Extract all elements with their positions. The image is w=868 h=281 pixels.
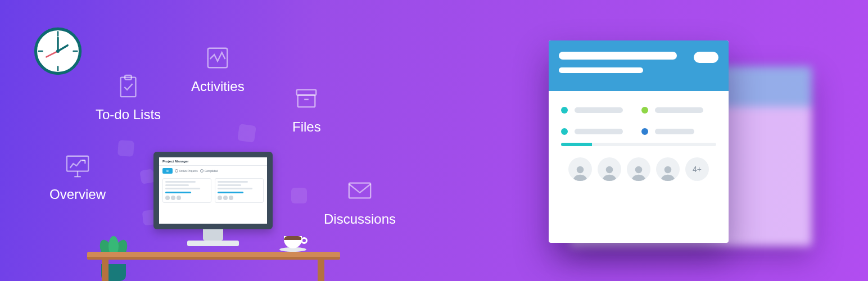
stat-dot bbox=[641, 128, 648, 135]
activity-icon bbox=[205, 45, 230, 71]
avatar bbox=[568, 157, 592, 181]
feature-activities: Activities bbox=[191, 45, 245, 94]
desk-surface bbox=[87, 252, 340, 260]
stat-line bbox=[655, 107, 703, 113]
stat-line bbox=[575, 129, 623, 134]
feature-todo-label: To-do Lists bbox=[96, 107, 161, 123]
monitor: Project Manager All Active Projects Comp… bbox=[153, 152, 273, 229]
feature-todo: To-do Lists bbox=[96, 73, 161, 123]
project-card: 4+ bbox=[549, 40, 729, 243]
desk-illustration: Project Manager All Active Projects Comp… bbox=[87, 152, 357, 281]
decorative-square bbox=[237, 124, 256, 143]
stat-item bbox=[641, 128, 716, 135]
monitor-stand bbox=[203, 229, 223, 241]
project-subtitle-placeholder bbox=[559, 67, 643, 73]
desk-leg bbox=[318, 260, 324, 281]
clipboard-check-icon bbox=[115, 73, 141, 99]
screen-project-card bbox=[162, 178, 211, 203]
screen-app-title: Project Manager bbox=[159, 157, 267, 166]
stat-item bbox=[561, 128, 636, 135]
avatar bbox=[627, 157, 650, 181]
svg-point-25 bbox=[606, 166, 613, 174]
project-badge-placeholder bbox=[694, 52, 718, 63]
stat-line bbox=[575, 107, 623, 113]
monitor-base bbox=[187, 241, 239, 246]
stat-item bbox=[561, 107, 636, 114]
project-card-header bbox=[549, 40, 729, 91]
svg-rect-17 bbox=[297, 90, 317, 96]
stat-dot bbox=[561, 107, 568, 114]
screen-chip-all: All bbox=[162, 168, 173, 174]
desk-leg bbox=[102, 260, 108, 281]
avatar-more: 4+ bbox=[685, 157, 709, 181]
svg-point-8 bbox=[56, 49, 60, 53]
clock-icon bbox=[34, 27, 82, 75]
progress-bar bbox=[561, 143, 716, 146]
avatar-group: 4+ bbox=[561, 157, 716, 181]
svg-point-26 bbox=[635, 166, 643, 174]
stat-line bbox=[655, 129, 694, 134]
svg-rect-18 bbox=[298, 95, 315, 107]
stat-dot bbox=[641, 107, 648, 114]
feature-files-label: Files bbox=[292, 119, 321, 135]
feature-activities-label: Activities bbox=[191, 79, 245, 94]
stat-dot bbox=[561, 128, 568, 135]
stat-item bbox=[641, 107, 716, 114]
project-title-placeholder bbox=[559, 52, 677, 60]
screen-tab-active: Active Projects bbox=[175, 169, 198, 173]
progress-fill bbox=[561, 143, 592, 146]
feature-files: Files bbox=[292, 85, 321, 135]
screen-project-card bbox=[215, 178, 264, 203]
svg-point-24 bbox=[577, 166, 584, 174]
avatar bbox=[656, 157, 680, 181]
screen-tab-completed: Completed bbox=[200, 169, 218, 173]
coffee-cup bbox=[284, 236, 306, 252]
avatar bbox=[598, 157, 621, 181]
svg-point-27 bbox=[664, 166, 672, 174]
monitor-screen: Project Manager All Active Projects Comp… bbox=[159, 157, 267, 224]
svg-rect-14 bbox=[121, 78, 136, 97]
archive-icon bbox=[293, 85, 319, 111]
